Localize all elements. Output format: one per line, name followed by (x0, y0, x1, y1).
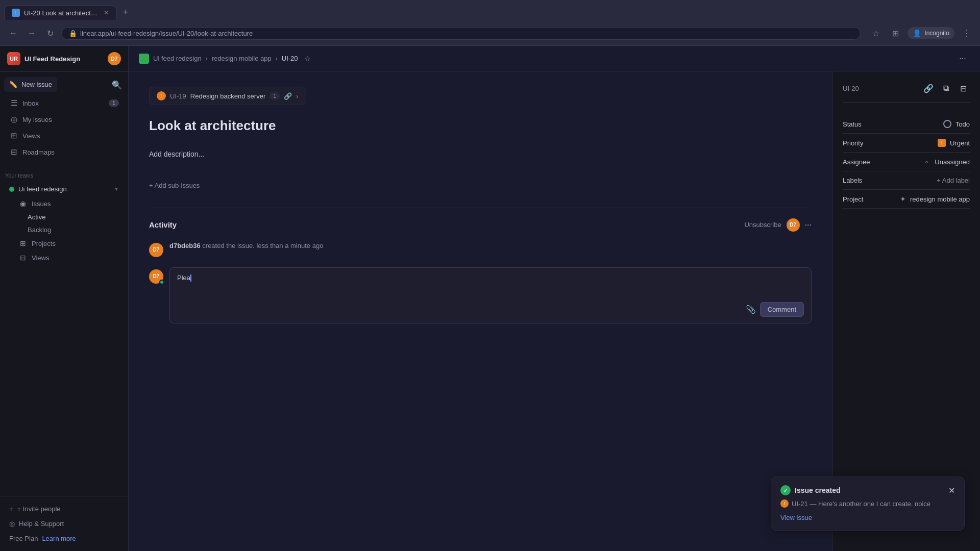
sidebar-item-roadmaps[interactable]: ⊟ Roadmaps (4, 144, 124, 160)
unsubscribe-button[interactable]: Unsubscribe (744, 221, 781, 229)
activity-author: d7bdeb36 (169, 242, 201, 249)
team-views-icon: ⊟ (18, 254, 28, 262)
attach-button[interactable]: 📎 (746, 305, 756, 314)
breadcrumb-issue-id: UI-20 (282, 55, 298, 62)
star-button[interactable]: ☆ (304, 55, 311, 63)
forward-button[interactable]: → (24, 26, 39, 40)
free-plan-label: Free Plan (9, 535, 38, 542)
inbox-label: Inbox (22, 99, 39, 107)
chain-icon: 🔗 (284, 92, 292, 100)
issue-description[interactable]: Add description... (149, 145, 812, 163)
priority-row: Priority ! Urgent (843, 134, 970, 153)
sidebar-item-active[interactable]: Active (4, 211, 124, 223)
copy-button[interactable]: ⧉ (939, 82, 952, 95)
activity-entry-text: d7bdeb36 created the issue. less than a … (169, 242, 323, 249)
issues-label: Issues (32, 200, 51, 208)
free-plan-item[interactable]: Free Plan Learn more (4, 531, 124, 546)
reload-button[interactable]: ↻ (43, 26, 57, 40)
comment-input[interactable]: Plea 📎 Comment (169, 267, 812, 323)
issue-id: UI-20 (843, 85, 859, 92)
sidebar-item-team-views[interactable]: ⊟ Views (4, 251, 124, 265)
active-tab[interactable]: L UI-20 Look at architecture ✕ (4, 5, 116, 20)
project-icon: 🌿 (139, 54, 149, 64)
team-header[interactable]: Ui feed redesign ▼ (4, 182, 124, 196)
activity-timestamp: less than a minute ago (257, 242, 324, 249)
team-views-label: Views (32, 254, 49, 262)
team-dot (9, 187, 14, 192)
backlog-label: Backlog (28, 226, 51, 234)
comment-submit-button[interactable]: Comment (760, 302, 804, 317)
priority-label: Priority (843, 139, 863, 147)
learn-more-link[interactable]: Learn more (42, 535, 76, 542)
help-support-item[interactable]: ◎ Help & Support (4, 516, 124, 531)
search-button[interactable]: 🔍 (110, 78, 124, 92)
workspace-info[interactable]: UR UI Feed Redesign (7, 52, 80, 65)
issue-id-header: UI-20 🔗 ⧉ ⊟ (843, 82, 970, 103)
activity-more-button[interactable]: ··· (805, 220, 812, 230)
sidebar-item-issues[interactable]: ◉ Issues (4, 196, 124, 211)
breadcrumb-sep-1: › (206, 55, 208, 62)
labels-row: Labels + Add label (843, 171, 970, 190)
sidebar-navigation: ✏️ New issue 🔍 ☰ Inbox 1 ◎ My issues ⊞ V… (0, 72, 128, 165)
add-label-button[interactable]: + Add label (937, 177, 970, 184)
breadcrumb-sep-2: › (276, 55, 278, 62)
team-name: Ui feed redesign (18, 185, 67, 193)
sidebar-item-my-issues[interactable]: ◎ My issues (4, 111, 124, 128)
browser-menu-button[interactable]: ⋮ (960, 26, 974, 40)
roadmaps-icon: ⊟ (9, 147, 18, 157)
invite-icon: + (9, 505, 13, 513)
comment-box: D7 Plea 📎 Comment (149, 267, 812, 323)
project-icon: ✦ (900, 195, 906, 203)
toast-title-text: Issue created (795, 486, 841, 494)
extension-button[interactable]: ⊞ (888, 26, 902, 40)
team-section: Ui feed redesign ▼ ◉ Issues Active Backl… (0, 182, 128, 265)
priority-text: Urgent (950, 139, 970, 147)
team-chevron-icon: ▼ (114, 186, 119, 192)
activity-entry: D7 d7bdeb36 created the issue. less than… (149, 242, 812, 257)
roadmaps-label: Roadmaps (22, 148, 55, 156)
sidebar-item-views[interactable]: ⊞ Views (4, 128, 124, 144)
link-button[interactable]: 🔗 (922, 82, 935, 95)
inbox-icon: ☰ (9, 98, 18, 108)
status-icon (943, 120, 951, 128)
toast-title: ✓ Issue created (780, 485, 841, 495)
tab-close-button[interactable]: ✕ (104, 9, 109, 16)
project-row: Project ✦ redesign mobile app (843, 190, 970, 209)
invite-people-button[interactable]: + + Invite people (4, 502, 124, 516)
comment-text[interactable]: Plea (177, 274, 804, 297)
workspace-avatar: UR (7, 52, 20, 65)
your-teams-header: Your teams (0, 165, 128, 182)
sidebar-item-inbox[interactable]: ☰ Inbox 1 (4, 95, 124, 111)
new-issue-button[interactable]: ✏️ New issue (4, 77, 57, 92)
user-avatar[interactable]: D7 (108, 52, 121, 65)
view-button[interactable]: ⊟ (957, 82, 970, 95)
assignee-value[interactable]: ○ Unassigned (922, 158, 970, 166)
status-text: Todo (955, 120, 970, 128)
address-bar[interactable]: 🔒 linear.app/ui-feed-redesign/issue/UI-2… (61, 27, 861, 40)
new-tab-button[interactable]: + (118, 6, 133, 20)
view-issue-link[interactable]: View issue (780, 514, 812, 521)
sidebar-item-backlog[interactable]: Backlog (4, 223, 124, 236)
status-label: Status (843, 120, 862, 128)
status-value[interactable]: Todo (943, 120, 970, 128)
priority-value[interactable]: ! Urgent (938, 139, 970, 147)
activity-action-text: created the issue. (202, 242, 255, 249)
toast-close-button[interactable]: ✕ (948, 486, 955, 495)
parent-issue-id: UI-19 (170, 92, 186, 100)
toast-warning-icon: ! (780, 499, 789, 508)
toast-notification: ✓ Issue created ✕ ! UI-21 — Here's anoth… (771, 477, 965, 531)
sidebar-item-projects[interactable]: ⊞ Projects (4, 236, 124, 251)
incognito-badge[interactable]: 👤 Incognito (908, 27, 954, 39)
add-sub-issues-button[interactable]: + Add sub-issues (149, 179, 812, 192)
parent-issue-count: 1 (270, 92, 280, 99)
project-value[interactable]: ✦ redesign mobile app (900, 195, 970, 203)
project-label: Project (843, 195, 863, 203)
sidebar-bottom: + + Invite people ◎ Help & Support Free … (0, 496, 128, 551)
breadcrumb-project[interactable]: Ui feed redesign (153, 55, 202, 62)
breadcrumb-section[interactable]: redesign mobile app (212, 55, 272, 62)
more-options-button[interactable]: ··· (955, 52, 970, 66)
parent-issue-bar[interactable]: ! UI-19 Redesign backend server 1 🔗 › (149, 87, 306, 105)
project-text: redesign mobile app (910, 195, 970, 203)
back-button[interactable]: ← (6, 26, 20, 40)
bookmark-button[interactable]: ☆ (869, 26, 883, 40)
